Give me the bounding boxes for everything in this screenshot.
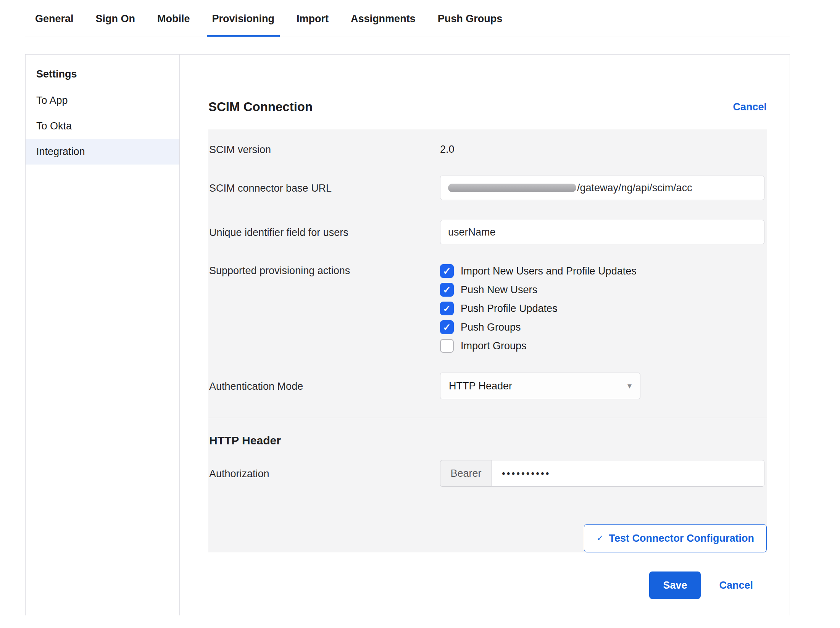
sidebar-item-to-okta[interactable]: To Okta xyxy=(26,113,179,139)
cancel-link-top[interactable]: Cancel xyxy=(733,101,767,113)
http-header-section-title: HTTP Header xyxy=(209,434,767,447)
base-url-visible-text: /gateway/ng/api/scim/acc xyxy=(577,182,692,194)
sidebar-title: Settings xyxy=(26,63,179,88)
tab-general[interactable]: General xyxy=(30,11,79,37)
authorization-control: Bearer •••••••••• xyxy=(440,460,764,487)
main-content: SCIM Connection Cancel SCIM version 2.0 … xyxy=(180,55,790,615)
tab-sign-on[interactable]: Sign On xyxy=(90,11,141,37)
checkbox-label: Push Profile Updates xyxy=(461,303,558,315)
tab-assignments[interactable]: Assignments xyxy=(345,11,421,37)
checkbox-icon xyxy=(440,264,454,278)
settings-sidebar: Settings To App To Okta Integration xyxy=(26,55,180,615)
checkbox-import-groups[interactable]: Import Groups xyxy=(440,339,764,353)
check-icon: ✓ xyxy=(597,533,603,543)
scim-connector-base-url-input[interactable]: /gateway/ng/api/scim/acc xyxy=(440,176,764,200)
checkbox-icon xyxy=(440,339,454,353)
base-url-label: SCIM connector base URL xyxy=(209,182,440,194)
cancel-button[interactable]: Cancel xyxy=(719,580,753,591)
checkbox-icon xyxy=(440,320,454,334)
redacted-url-segment xyxy=(448,184,576,192)
authorization-prefix: Bearer xyxy=(440,460,492,487)
authorization-row: Authorization Bearer •••••••••• xyxy=(208,450,767,497)
unique-id-label: Unique identifier field for users xyxy=(209,226,440,239)
auth-mode-row: Authentication Mode HTTP Header ▾ xyxy=(208,363,767,409)
tab-push-groups[interactable]: Push Groups xyxy=(432,11,508,37)
provisioning-actions-row: Supported provisioning actions Import Ne… xyxy=(208,254,767,363)
section-divider xyxy=(208,418,767,418)
test-connector-button[interactable]: ✓ Test Connector Configuration xyxy=(584,524,767,552)
auth-mode-selected-value: HTTP Header xyxy=(449,380,512,392)
tab-bar: General Sign On Mobile Provisioning Impo… xyxy=(25,0,790,37)
checkbox-icon xyxy=(440,283,454,297)
authorization-token-input[interactable]: •••••••••• xyxy=(492,460,764,487)
auth-mode-select[interactable]: HTTP Header ▾ xyxy=(440,373,640,399)
scim-version-label: SCIM version xyxy=(209,143,440,156)
checkbox-push-new-users[interactable]: Push New Users xyxy=(440,283,764,297)
checkbox-label: Push New Users xyxy=(461,284,537,296)
checkbox-import-new-users[interactable]: Import New Users and Profile Updates xyxy=(440,264,764,278)
sidebar-item-integration[interactable]: Integration xyxy=(26,139,179,165)
scim-header: SCIM Connection Cancel xyxy=(208,100,767,114)
tab-mobile[interactable]: Mobile xyxy=(152,11,195,37)
scim-version-row: SCIM version 2.0 xyxy=(208,133,767,166)
masked-token-value: •••••••••• xyxy=(502,468,551,479)
unique-identifier-value: userName xyxy=(448,226,496,238)
test-connector-row: ✓ Test Connector Configuration xyxy=(208,497,767,552)
save-button[interactable]: Save xyxy=(649,571,701,599)
unique-identifier-input[interactable]: userName xyxy=(440,220,764,244)
scim-form-panel: SCIM version 2.0 SCIM connector base URL… xyxy=(208,129,767,552)
checkbox-push-groups[interactable]: Push Groups xyxy=(440,320,764,334)
checkbox-icon xyxy=(440,302,454,315)
provisioning-panel: Settings To App To Okta Integration SCIM… xyxy=(25,54,790,615)
provisioning-actions-list: Import New Users and Profile Updates Pus… xyxy=(440,264,764,353)
chevron-down-icon: ▾ xyxy=(627,381,632,391)
authorization-label: Authorization xyxy=(209,467,440,480)
unique-id-row: Unique identifier field for users userNa… xyxy=(208,210,767,254)
checkbox-label: Import New Users and Profile Updates xyxy=(461,265,637,277)
test-connector-label: Test Connector Configuration xyxy=(609,533,754,544)
scim-version-value: 2.0 xyxy=(440,144,764,155)
tab-import[interactable]: Import xyxy=(291,11,334,37)
tab-provisioning[interactable]: Provisioning xyxy=(207,11,280,37)
form-footer: Save Cancel xyxy=(208,571,767,599)
checkbox-label: Import Groups xyxy=(461,340,527,352)
auth-mode-label: Authentication Mode xyxy=(209,380,440,392)
checkbox-label: Push Groups xyxy=(461,321,521,333)
page-title: SCIM Connection xyxy=(208,100,313,114)
base-url-row: SCIM connector base URL /gateway/ng/api/… xyxy=(208,166,767,210)
checkbox-push-profile-updates[interactable]: Push Profile Updates xyxy=(440,302,764,315)
provisioning-actions-label: Supported provisioning actions xyxy=(209,264,440,277)
sidebar-item-to-app[interactable]: To App xyxy=(26,88,179,113)
